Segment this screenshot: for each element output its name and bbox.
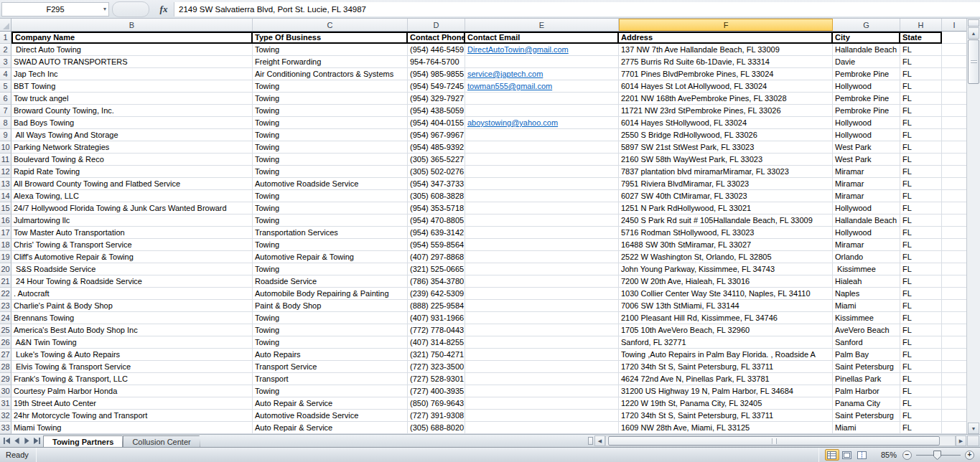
header-cell-email[interactable]: Contact Email bbox=[465, 32, 619, 44]
cell-company-name[interactable]: Broward County Towing, Inc. bbox=[11, 105, 253, 117]
cell-company-name[interactable]: Bad Boys Towing bbox=[11, 117, 253, 129]
cell-contact-phone[interactable]: (888) 225-9584 bbox=[408, 300, 465, 312]
cell-type-of-business[interactable]: Towing bbox=[253, 190, 408, 202]
cell-type-of-business[interactable]: Transportation Services bbox=[253, 227, 408, 239]
cell-company-name[interactable]: 24hr Motorcycle Towing and Transport bbox=[11, 410, 253, 422]
cell-contact-phone[interactable]: (727) 323-3500 bbox=[408, 361, 465, 373]
cell-contact-phone[interactable]: (850) 769-9643 bbox=[408, 397, 465, 410]
row-number[interactable]: 9 bbox=[0, 129, 11, 141]
cell-state[interactable]: FL bbox=[900, 324, 942, 336]
cell-contact-phone[interactable]: (954) 347-3733 bbox=[408, 178, 465, 190]
cell-state[interactable]: FL bbox=[900, 300, 942, 312]
cell-state[interactable]: FL bbox=[900, 166, 942, 178]
cell-contact-email[interactable] bbox=[465, 300, 619, 312]
row-number[interactable]: 14 bbox=[0, 190, 11, 202]
cell-contact-email[interactable] bbox=[465, 312, 619, 324]
cell-address[interactable]: 2450 S Park Rd suit # 105Hallandale Beac… bbox=[619, 214, 833, 227]
cell-state[interactable]: FL bbox=[900, 56, 942, 68]
cell-type-of-business[interactable]: Automotive Repair & Towing bbox=[253, 251, 408, 263]
cell-contact-phone[interactable]: (239) 642-5309 bbox=[408, 288, 465, 300]
cell-contact-phone[interactable]: (727) 391-9308 bbox=[408, 410, 465, 422]
row-number[interactable]: 30 bbox=[0, 385, 11, 397]
cell-contact-email[interactable] bbox=[465, 214, 619, 227]
cell-city[interactable]: Hallandale Beach bbox=[833, 214, 900, 227]
cell-type-of-business[interactable]: Towing bbox=[253, 80, 408, 93]
zoom-slider[interactable] bbox=[916, 451, 961, 460]
cell-address[interactable]: 1030 Collier Center Way Ste 34110, Naple… bbox=[619, 288, 833, 300]
cell-empty[interactable] bbox=[942, 105, 966, 117]
row-number[interactable]: 15 bbox=[0, 202, 11, 214]
cell-city[interactable]: Kissimmee bbox=[833, 312, 900, 324]
first-sheet-icon[interactable] bbox=[2, 437, 11, 446]
row-number[interactable]: 2 bbox=[0, 44, 11, 56]
cell-empty[interactable] bbox=[942, 349, 966, 361]
cell-empty[interactable] bbox=[942, 129, 966, 141]
cell-city[interactable]: Hollywood bbox=[833, 227, 900, 239]
cell-address[interactable]: 5897 SW 21st StWest Park, FL 33023 bbox=[619, 141, 833, 154]
cell-empty[interactable] bbox=[942, 373, 966, 385]
cell-contact-phone[interactable]: (954) 967-9967 bbox=[408, 129, 465, 141]
row-number[interactable]: 7 bbox=[0, 105, 11, 117]
cell-contact-email[interactable] bbox=[465, 373, 619, 385]
cell-contact-email[interactable] bbox=[465, 336, 619, 349]
cell-state[interactable]: FL bbox=[900, 349, 942, 361]
cell-city[interactable]: Palm Bay bbox=[833, 349, 900, 361]
row-number[interactable]: 29 bbox=[0, 373, 11, 385]
cell-city[interactable]: Pembroke Pine bbox=[833, 93, 900, 105]
column-header-e[interactable]: E bbox=[465, 19, 619, 31]
row-number[interactable]: 1 bbox=[0, 32, 11, 44]
row-number[interactable]: 21 bbox=[0, 275, 11, 288]
cell-company-name[interactable]: Elvis Towing & Transport Service bbox=[11, 361, 253, 373]
cell-state[interactable]: FL bbox=[900, 93, 942, 105]
cell-city[interactable]: Davie bbox=[833, 56, 900, 68]
cell-contact-phone[interactable]: (727) 400-3935 bbox=[408, 385, 465, 397]
scroll-up-icon[interactable]: ▲ bbox=[968, 27, 979, 39]
cell-company-name[interactable]: A&N Twin Towing bbox=[11, 336, 253, 349]
cell-city[interactable]: Naples bbox=[833, 288, 900, 300]
cell-city[interactable]: AveVero Beach bbox=[833, 324, 900, 336]
tab-splitter-handle[interactable] bbox=[588, 437, 593, 445]
cell-contact-phone[interactable]: (954) 353-5718 bbox=[408, 202, 465, 214]
formula-input[interactable]: 2149 SW Salvatierra Blvd, Port St. Lucie… bbox=[174, 2, 980, 16]
cell-address[interactable]: 5716 Rodman StHollywood, FL 33023 bbox=[619, 227, 833, 239]
vertical-scrollbar-thumb[interactable] bbox=[968, 39, 979, 84]
cell-city[interactable]: Miramar bbox=[833, 239, 900, 251]
header-cell-type[interactable]: Type Of Business bbox=[253, 32, 408, 44]
cell-contact-email[interactable] bbox=[465, 349, 619, 361]
cell-company-name[interactable]: All Ways Towing And Storage bbox=[11, 129, 253, 141]
cell-company-name[interactable]: Brennans Towing bbox=[11, 312, 253, 324]
cell-address[interactable]: 2201 NW 168th AvePembroke Pines, FL 3302… bbox=[619, 93, 833, 105]
cell-address[interactable]: 16488 SW 30th StMiramar, FL 33027 bbox=[619, 239, 833, 251]
cell-state[interactable]: FL bbox=[900, 227, 942, 239]
sheet-tab-towing-partners[interactable]: Towing Partners bbox=[43, 435, 123, 447]
cell-company-name[interactable]: Parking Network Strategies bbox=[11, 141, 253, 154]
cell-contact-phone[interactable]: (321) 750-4271 bbox=[408, 349, 465, 361]
cell-empty[interactable] bbox=[942, 141, 966, 154]
cell-type-of-business[interactable]: Transport bbox=[253, 373, 408, 385]
cell-empty[interactable] bbox=[942, 361, 966, 373]
horizontal-scrollbar-track[interactable] bbox=[605, 435, 956, 446]
insert-function-button[interactable]: fx bbox=[154, 2, 174, 16]
cell-state[interactable]: FL bbox=[900, 373, 942, 385]
cell-contact-email[interactable]: aboystowing@yahoo.com bbox=[465, 117, 619, 129]
row-number[interactable]: 20 bbox=[0, 263, 11, 275]
cell-address[interactable]: 1720 34th St S, Saint Petersburg, FL 337… bbox=[619, 361, 833, 373]
column-header-i[interactable]: I bbox=[942, 19, 966, 31]
cell-type-of-business[interactable]: Towing bbox=[253, 166, 408, 178]
row-number[interactable]: 4 bbox=[0, 68, 11, 80]
header-cell-company[interactable]: Company Name bbox=[11, 32, 253, 44]
cell-address[interactable]: 1251 N Park RdHollywood, FL 33021 bbox=[619, 202, 833, 214]
cell-empty[interactable] bbox=[942, 312, 966, 324]
cell-company-name[interactable]: Boulevard Towing & Reco bbox=[11, 154, 253, 166]
column-header-f[interactable]: F bbox=[619, 19, 833, 31]
cell-city[interactable]: Panama City bbox=[833, 397, 900, 410]
cell-type-of-business[interactable]: Paint & Body Shop bbox=[253, 300, 408, 312]
cell-empty[interactable] bbox=[942, 202, 966, 214]
cell-address[interactable]: 1720 34th St S, Saint Petersburg, FL 337… bbox=[619, 410, 833, 422]
cell-contact-phone[interactable]: (305) 502-0276 bbox=[408, 166, 465, 178]
split-handle[interactable] bbox=[968, 19, 979, 27]
cell-address[interactable]: Sanford, FL 32771 bbox=[619, 336, 833, 349]
header-cell-city[interactable]: City bbox=[833, 32, 900, 44]
cell-city[interactable]: Saint Petersburg bbox=[833, 410, 900, 422]
cell-city[interactable]: Hallandale Beach bbox=[833, 44, 900, 56]
